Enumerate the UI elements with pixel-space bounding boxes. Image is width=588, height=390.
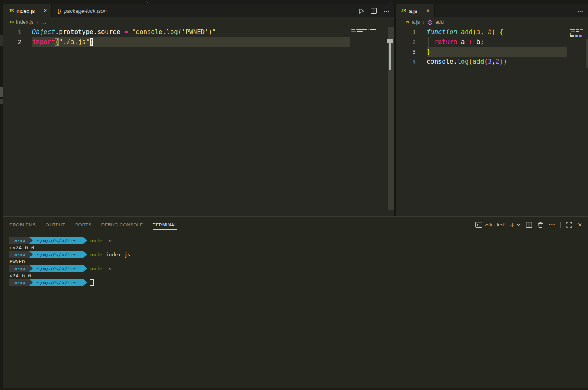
line-number: 3 — [396, 47, 416, 57]
command-text: node — [90, 251, 106, 258]
js-file-icon: JS — [9, 9, 14, 13]
tab-debug-console[interactable]: DEBUG CONSOLE — [101, 220, 143, 230]
code-token: function — [427, 28, 457, 36]
split-editor-icon[interactable] — [371, 8, 377, 14]
tab-index-js[interactable]: JS index.js ✕ — [3, 4, 52, 17]
code-token: import — [32, 38, 55, 46]
command-arg: index.js — [106, 251, 130, 258]
tab-ports[interactable]: PORTS — [75, 220, 92, 230]
code-token: console. — [427, 58, 457, 65]
code-token: 2 — [496, 58, 499, 65]
tab-label: index.js — [16, 8, 35, 14]
powerline-arrow-icon — [29, 237, 33, 244]
plus-icon: + — [510, 221, 514, 229]
code-token: a — [476, 28, 480, 36]
tab-bar-right: JS a.js ✕ ⋯ — [396, 4, 588, 17]
breadcrumb-file[interactable]: index.js — [16, 19, 33, 25]
breadcrumb-symbol[interactable]: add — [435, 19, 444, 25]
editor-actions: ⋯ — [577, 4, 588, 17]
editor-group-left: JS index.js ✕ {} package-lock.json ▷ ⋯ J… — [3, 4, 394, 216]
code-editor-a-js[interactable]: 1 function add(a, b) { 2 return a + b; 3… — [396, 27, 567, 67]
command-center-box[interactable] — [146, 0, 392, 3]
code-token: } — [427, 48, 430, 55]
panel-tabs: PROBLEMS OUTPUT PORTS DEBUG CONSOLE TERM… — [9, 220, 177, 230]
code-token: ( — [473, 28, 476, 36]
powerline-arrow-icon — [29, 251, 33, 258]
close-panel-button[interactable]: ✕ — [577, 222, 582, 228]
divider — [560, 222, 561, 228]
chevron-right-icon: › — [422, 19, 424, 25]
more-actions-icon[interactable]: ⋯ — [577, 8, 583, 14]
terminal-prompt-line: venv~/m/a/s/v/testnode -v — [9, 265, 584, 272]
more-actions-icon[interactable]: ⋯ — [383, 8, 390, 14]
scrollbar[interactable] — [586, 39, 588, 68]
code-line-current: 2 import("./a.js") — [3, 37, 350, 47]
tab-label: a.js — [409, 8, 417, 14]
code-token: "console.log('PWNED')" — [132, 28, 216, 36]
window-left-edge — [0, 0, 3, 390]
code-token: return — [434, 38, 457, 46]
tab-package-lock-json[interactable]: {} package-lock.json — [52, 4, 111, 17]
mouse-ibeam-cursor — [387, 39, 393, 43]
terminal-prompt-line: venv~/m/a/s/v/testnode index.js — [9, 251, 584, 258]
code-token: b — [488, 28, 491, 36]
terminal-prompt-line: venv~/m/a/s/v/testnode -v — [9, 237, 584, 244]
code-line-current: 3 } — [396, 47, 567, 57]
code-token: + — [469, 38, 473, 46]
tab-problems[interactable]: PROBLEMS — [9, 220, 36, 230]
close-icon[interactable]: ✕ — [43, 8, 47, 14]
powerline-arrow-icon — [83, 265, 87, 272]
terminal-actions: zsh - test + ⋯ ✕ — [475, 221, 582, 229]
powerline-arrow-icon — [29, 279, 33, 286]
terminal-prompt-line: venv~/m/a/s/v/test — [9, 279, 584, 286]
minimap[interactable] — [351, 29, 376, 33]
prompt-venv-segment: venv — [9, 265, 29, 272]
prompt-venv-segment: venv — [9, 251, 29, 258]
prompt-path-segment: ~/m/a/s/v/test — [33, 251, 83, 258]
code-token: ) — [499, 58, 503, 65]
code-token: ) — [503, 58, 507, 65]
code-line: 4 console.log(add(3,2)) — [396, 57, 567, 67]
code-editor-index-js[interactable]: 1 Object.prototype.source = "console.log… — [3, 27, 350, 47]
powerline-arrow-icon — [29, 265, 33, 272]
code-token: = — [124, 28, 132, 36]
more-actions-icon[interactable]: ⋯ — [549, 222, 555, 228]
breadcrumb: JS index.js › … — [3, 17, 394, 27]
code-token: .prototype.source — [55, 28, 124, 36]
powerline-arrow-icon — [83, 251, 87, 258]
new-terminal-button[interactable]: + — [510, 221, 521, 229]
code-token: add — [473, 58, 484, 65]
tab-output[interactable]: OUTPUT — [46, 220, 65, 230]
breadcrumb-file[interactable]: a.js — [412, 19, 420, 25]
run-icon[interactable]: ▷ — [359, 7, 364, 14]
terminal-icon — [475, 222, 482, 228]
kill-terminal-button[interactable] — [537, 222, 543, 228]
tab-a-js[interactable]: JS a.js ✕ — [396, 4, 435, 17]
code-token: 3 — [488, 58, 491, 65]
terminal-cursor — [90, 279, 94, 286]
prompt-venv-segment: venv — [9, 237, 29, 244]
breadcrumb-symbol[interactable]: … — [41, 19, 46, 25]
line-number: 2 — [3, 37, 21, 47]
js-file-icon: JS — [401, 9, 406, 13]
code-token: ( — [469, 58, 473, 65]
command-arg: -v — [106, 265, 112, 272]
code-token: add — [461, 28, 473, 36]
line-number: 2 — [396, 37, 416, 47]
terminal-output[interactable]: venv~/m/a/s/v/testnode -v nv24.6.0 venv~… — [9, 237, 584, 286]
maximize-panel-button[interactable] — [566, 222, 572, 228]
prompt-path-segment: ~/m/a/s/v/test — [33, 265, 83, 272]
code-token — [427, 38, 434, 46]
minimap[interactable] — [570, 29, 583, 37]
code-line: 2 return a + b; — [396, 37, 567, 47]
line-number: 4 — [396, 57, 416, 67]
split-terminal-button[interactable] — [526, 222, 532, 228]
tab-terminal[interactable]: TERMINAL — [153, 220, 177, 230]
terminal-output-line: v24.6.0 — [9, 272, 584, 279]
breadcrumb: JS a.js › add — [396, 17, 588, 27]
js-file-icon: JS — [405, 20, 409, 24]
terminal-output-line: PWNED — [9, 258, 584, 265]
terminal-session[interactable]: zsh - test — [475, 222, 505, 228]
symbol-cube-icon — [427, 20, 433, 25]
close-icon[interactable]: ✕ — [426, 8, 430, 14]
